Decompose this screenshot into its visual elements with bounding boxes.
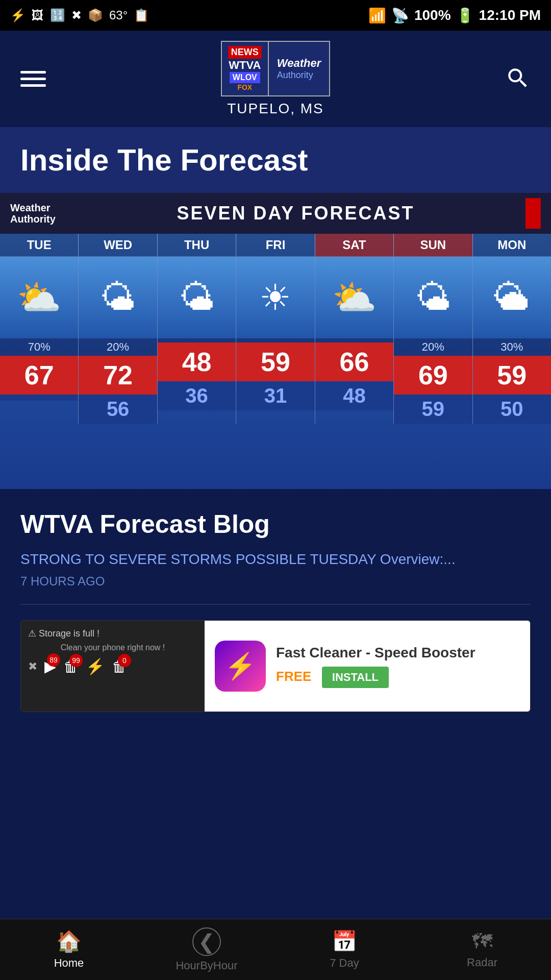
nav-7day-label: 7 Day (330, 957, 359, 970)
city-label: TUPELO, MS (227, 101, 324, 117)
day-header-wed: WED (79, 234, 157, 257)
ad-badge-0: 0 (118, 654, 131, 667)
high-temp-wed: 72 (79, 356, 157, 395)
seven-day-title: SEVEN DAY FORECAST (66, 203, 525, 224)
battery-icon: 🔋 (456, 7, 474, 24)
precip-sat (315, 338, 393, 342)
weather-icon-mon: 🌥 (473, 257, 551, 338)
low-temp-sun: 59 (394, 395, 472, 424)
ad-icon-3: ⚡ (86, 658, 105, 675)
nav-hourbyhour-label: HourByHour (176, 959, 237, 972)
ad-icon-badge-1: ▶ 89 (44, 657, 56, 675)
ad-app-icon: ⚡ (215, 641, 266, 692)
hamburger-line-1 (20, 71, 46, 74)
weather-emoji-sat: ⛅ (332, 277, 377, 318)
weather-icon-tue: ⛅ (0, 257, 78, 338)
ad-app-name: Fast Cleaner - Speed Booster (276, 644, 520, 662)
weather-icon-sun: 🌤 (394, 257, 472, 338)
day-header-mon: MON (473, 234, 551, 257)
radar-icon: 🗺 (472, 930, 492, 953)
ad-storage-warning: ⚠ Storage is full ! (28, 628, 197, 639)
dropbox-icon: 📦 (88, 8, 103, 22)
authority-text: Authority (277, 70, 321, 81)
day-col-fri: FRI ☀ 59 31 (236, 234, 315, 424)
usb-icon: ⚡ (10, 8, 26, 22)
day-col-sun: SUN 🌤 20% 69 59 (394, 234, 472, 424)
precip-thu (158, 338, 236, 342)
low-temp-fri: 31 (236, 381, 314, 410)
bottom-nav: 🏠 Home ❮ HourByHour 📅 7 Day 🗺 Radar (0, 919, 551, 980)
days-row: TUE ⛅ 70% 67 WED 🌤 20% 72 56 THU 🌤 48 36… (0, 234, 551, 424)
low-temp-wed: 56 (79, 395, 157, 424)
status-bar: ⚡ 🖼 🔢 ✖ 📦 63° 📋 📶 📡 100% 🔋 12:10 PM (0, 0, 551, 31)
wlov-text: WLOV (230, 72, 260, 83)
content-spacer (0, 727, 551, 768)
ad-install-button[interactable]: INSTALL (322, 667, 389, 688)
weather-authority-logo: Weather Authority (269, 53, 329, 85)
nav-radar-label: Radar (467, 956, 497, 969)
weather-icon-thu: 🌤 (158, 257, 236, 338)
ad-badge-99: 99 (69, 654, 83, 667)
precip-fri (236, 338, 314, 342)
battery-label: 100% (414, 7, 451, 23)
low-temp-thu: 36 (158, 381, 236, 410)
high-temp-thu: 48 (158, 342, 236, 381)
ad-app-info: Fast Cleaner - Speed Booster FREE INSTAL… (276, 644, 520, 688)
day-col-wed: WED 🌤 20% 72 56 (79, 234, 157, 424)
blog-headline[interactable]: STRONG TO SEVERE STORMS POSSIBLE TUESDAY… (20, 549, 531, 569)
weather-icon-fri: ☀ (236, 257, 314, 338)
ad-close-icon[interactable]: ✖ (28, 660, 37, 673)
day-header-sun: SUN (394, 234, 472, 257)
hourbyhour-icon: ❮ (192, 927, 221, 956)
low-temp-mon: 50 (473, 395, 551, 424)
high-temp-fri: 59 (236, 342, 314, 381)
signal-icon: 📡 (391, 7, 409, 24)
weather-text: Weather (277, 57, 321, 70)
ad-free-label: FREE (276, 669, 311, 684)
high-temp-sat: 66 (315, 342, 393, 381)
nav-hourbyhour[interactable]: ❮ HourByHour (138, 919, 276, 980)
sevenday-icon: 📅 (332, 929, 357, 953)
ad-icon-badge-2: 🗑 99 (63, 658, 79, 675)
blog-section: WTVA Forecast Blog STRONG TO SEVERE STOR… (0, 489, 551, 604)
image-icon: 🖼 (32, 8, 44, 22)
temperature-label: 63° (109, 8, 128, 22)
high-temp-sun: 69 (394, 356, 472, 395)
status-icons-left: ⚡ 🖼 🔢 ✖ 📦 63° 📋 (10, 8, 149, 22)
day-col-mon: MON 🌥 30% 59 50 (473, 234, 551, 424)
day-col-tue: TUE ⛅ 70% 67 (0, 234, 79, 424)
hamburger-line-2 (20, 78, 46, 80)
page-title: Inside The Forecast (20, 142, 531, 178)
high-temp-tue: 67 (0, 356, 78, 395)
wa-logo-small: WeatherAuthority (10, 202, 56, 225)
search-button[interactable] (505, 65, 531, 93)
logo-box: NEWS WTVA WLOV FOX Weather Authority (221, 41, 330, 96)
blog-title: WTVA Forecast Blog (20, 509, 531, 539)
badge-icon: 🔢 (50, 8, 65, 22)
nav-radar[interactable]: 🗺 Radar (413, 919, 551, 980)
weather-emoji-fri: ☀ (259, 277, 291, 318)
divider (20, 604, 531, 605)
ad-banner[interactable]: ⚠ Storage is full ! Clean your phone rig… (20, 620, 531, 712)
clipboard-icon: 📋 (134, 8, 149, 22)
home-icon: 🏠 (56, 929, 82, 953)
weather-emoji-wed: 🌤 (100, 277, 136, 318)
close-icon: ✖ (71, 8, 82, 22)
day-header-sat: SAT (315, 234, 393, 257)
precip-sun: 20% (394, 338, 472, 356)
hamburger-line-3 (20, 84, 46, 87)
weather-emoji-sun: 🌤 (415, 277, 451, 318)
nav-home[interactable]: 🏠 Home (0, 919, 138, 980)
news-badge: NEWS (228, 46, 262, 59)
menu-button[interactable] (20, 71, 46, 87)
ad-icon-badge-4: 🗑 0 (112, 658, 127, 675)
ad-left-panel: ⚠ Storage is full ! Clean your phone rig… (21, 621, 205, 712)
nav-7day[interactable]: 📅 7 Day (276, 919, 413, 980)
ad-icons-row: ✖ ▶ 89 🗑 99 ⚡ 🗑 0 (28, 657, 197, 675)
app-header: NEWS WTVA WLOV FOX Weather Authority TUP… (0, 31, 551, 127)
day-col-thu: THU 🌤 48 36 (158, 234, 236, 424)
low-temp-tue (0, 395, 78, 401)
weather-emoji-tue: ⛅ (17, 277, 61, 318)
section-title-bar: Inside The Forecast (0, 127, 551, 193)
ad-right-panel: ⚡ Fast Cleaner - Speed Booster FREE INST… (205, 621, 530, 712)
